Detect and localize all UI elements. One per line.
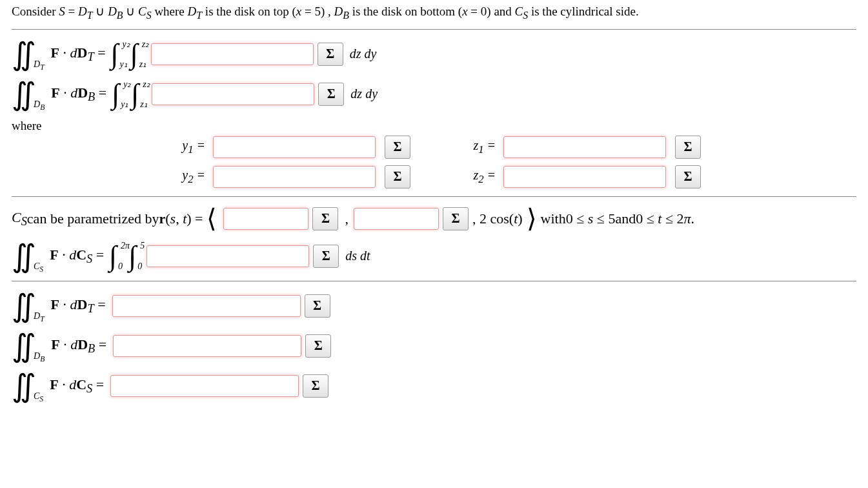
divider	[12, 29, 856, 30]
db-integrand-input[interactable]	[152, 83, 314, 105]
sigma-button[interactable]: Σ	[312, 207, 338, 230]
sigma-button[interactable]: Σ	[675, 136, 701, 159]
divider	[12, 281, 856, 281]
langle-icon: ⟨	[207, 206, 217, 232]
integral-dt-row: ∬ DT F · dDT = ∫y₁y₂ ∫z₁z₂ Σ dz dy	[12, 39, 856, 70]
where-label: where	[12, 119, 856, 133]
double-integral-icon: ∬	[12, 371, 36, 402]
result-dt-row: ∬ DT F · dDT = Σ	[12, 290, 856, 321]
double-integral-icon: ∬	[12, 330, 36, 361]
dt-differential: dz dy	[350, 46, 377, 61]
result-db-row: ∬ DB F · dDB = Σ	[12, 330, 856, 361]
z2-label: z2 =	[463, 168, 496, 186]
z2-input[interactable]	[503, 166, 666, 188]
result-db-input[interactable]	[113, 335, 301, 357]
rangle-icon: ⟩	[527, 206, 537, 232]
y1-input[interactable]	[213, 136, 376, 158]
sigma-button[interactable]: Σ	[385, 136, 410, 159]
param-y-input[interactable]	[354, 208, 439, 230]
problem-statement: Consider S = DT ∪ DB ∪ CS where DT is th…	[12, 4, 856, 21]
result-dt-input[interactable]	[112, 295, 301, 317]
integral-cs-row: ∬ CS F · dCS = ∫02π ∫05 Σ ds dt	[12, 241, 856, 272]
cs-integrand-input[interactable]	[146, 245, 309, 267]
double-integral-icon: ∬	[12, 241, 36, 272]
sigma-button[interactable]: Σ	[443, 207, 469, 230]
bounds-grid: y1 = Σ z1 = Σ y2 = Σ z2 = Σ	[173, 136, 856, 188]
sigma-button[interactable]: Σ	[305, 334, 331, 358]
result-cs-input[interactable]	[110, 375, 299, 397]
divider	[12, 196, 856, 197]
integral-db-row: ∬ DB F · dDB = ∫y₁y₂ ∫z₁z₂ Σ dz dy	[12, 79, 856, 110]
sigma-button[interactable]: Σ	[385, 165, 410, 188]
z1-label: z1 =	[463, 138, 496, 156]
param-x-input[interactable]	[223, 208, 308, 230]
db-differential: dz dy	[350, 86, 378, 101]
result-cs-row: ∬ CS F · dCS = Σ	[12, 371, 856, 402]
cs-differential: ds dt	[345, 249, 370, 263]
y2-input[interactable]	[213, 166, 376, 188]
sigma-button[interactable]: Σ	[318, 43, 343, 66]
sigma-button[interactable]: Σ	[675, 165, 701, 188]
z1-input[interactable]	[503, 136, 666, 158]
sigma-button[interactable]: Σ	[313, 245, 339, 268]
y2-label: y2 =	[173, 168, 205, 186]
double-integral-icon: ∬	[12, 79, 36, 110]
dt-integrand-input[interactable]	[151, 43, 314, 65]
sigma-button[interactable]: Σ	[318, 83, 344, 106]
double-integral-icon: ∬	[12, 290, 36, 321]
sigma-button[interactable]: Σ	[303, 374, 328, 398]
double-integral-icon: ∬	[12, 39, 36, 70]
parametrization-row: CS can be parametrized by r(s, t) = ⟨ Σ …	[12, 206, 856, 232]
y1-label: y1 =	[173, 138, 205, 156]
sigma-button[interactable]: Σ	[305, 294, 330, 318]
